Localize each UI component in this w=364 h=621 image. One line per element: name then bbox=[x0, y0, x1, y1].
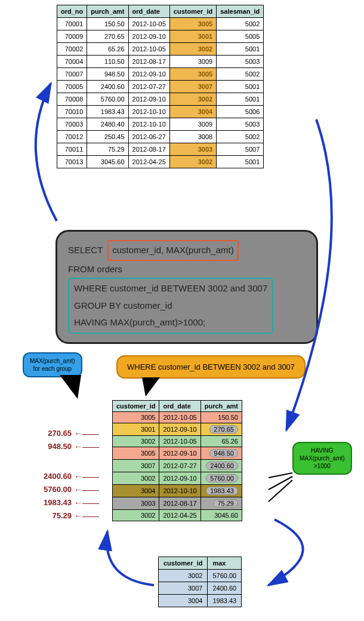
sql-where-group-having: WHERE customer_id BETWEEN 3002 and 3007 … bbox=[68, 278, 273, 334]
table-row: 70001150.502012-10-0530055002 bbox=[57, 18, 264, 30]
arrow-left-icon: ←—— bbox=[74, 498, 99, 508]
max-value-label: 5760.00 bbox=[30, 485, 72, 494]
table-row: 30041983.43 bbox=[159, 595, 242, 607]
table-row: 30022012-10-0565.26 bbox=[113, 436, 242, 447]
table-row: 30052012-10-05150.50 bbox=[113, 412, 242, 423]
column-header: max bbox=[208, 557, 242, 570]
column-header: purch_amt bbox=[87, 5, 128, 18]
table-row: 30012012-09-10270.65 bbox=[113, 423, 242, 436]
table-row: 700133045.602012-04-2530025001 bbox=[57, 156, 264, 168]
svg-line-2 bbox=[269, 480, 292, 502]
filtered-table: customer_idord_datepurch_amt 30052012-10… bbox=[112, 400, 242, 521]
column-header: salesman_id bbox=[217, 5, 264, 18]
sql-query-box: SELECT customer_id, MAX(purch_amt) FROM … bbox=[55, 230, 318, 344]
speech-tail-icon bbox=[60, 375, 81, 399]
max-value-label: 1983.43 bbox=[30, 498, 72, 507]
table-row: 700032480.402012-10-1030095003 bbox=[57, 118, 264, 131]
table-row: 7000265.262012-10-0530025001 bbox=[57, 43, 264, 56]
arrow-left-icon: ←—— bbox=[74, 485, 99, 494]
orders-table: ord_nopurch_amtord_datecustomer_idsalesm… bbox=[57, 5, 264, 168]
max-value-label: 948.50 bbox=[30, 442, 72, 451]
table-row: 30042012-10-101983.43 bbox=[113, 485, 242, 497]
table-row: 30072012-07-272400.60 bbox=[113, 460, 242, 472]
svg-line-0 bbox=[269, 473, 292, 478]
speech-tail-icon bbox=[142, 377, 160, 396]
sql-from: FROM orders bbox=[68, 261, 306, 278]
sql-select-columns: customer_id, MAX(purch_amt) bbox=[107, 240, 238, 261]
max-value-label: 75.29 bbox=[30, 511, 72, 520]
table-row: 30072400.60 bbox=[159, 582, 242, 595]
column-header: ord_no bbox=[57, 5, 87, 18]
arrow-left-icon: ←—— bbox=[74, 442, 99, 451]
annotation-having-clause: HAVING MAX(purch_amt) >1000 bbox=[292, 442, 352, 475]
table-row: 70009270.652012-09-1030015005 bbox=[57, 30, 264, 43]
svg-line-1 bbox=[269, 476, 292, 490]
max-value-label: 270.65 bbox=[30, 429, 72, 438]
table-row: 30022012-09-105760.00 bbox=[113, 472, 242, 485]
table-row: 700085760.002012-09-1030025001 bbox=[57, 93, 264, 106]
table-row: 700101983.432012-10-1030045006 bbox=[57, 106, 264, 118]
arrow-left-icon: ←—— bbox=[74, 472, 99, 481]
table-row: 70007948.502012-09-1030055002 bbox=[57, 68, 264, 81]
table-row: 7001175.292012-08-1730035007 bbox=[57, 143, 264, 156]
table-row: 700052400.602012-07-2730075001 bbox=[57, 81, 264, 93]
column-header: customer_id bbox=[159, 557, 208, 570]
table-row: 30022012-04-253045.60 bbox=[113, 510, 242, 521]
result-table: customer_idmax 30025760.0030072400.60300… bbox=[158, 557, 242, 607]
annotation-max-per-group: MAX(purch_amt) for each group bbox=[23, 352, 82, 377]
column-header: customer_id bbox=[113, 401, 159, 412]
table-row: 30032012-08-1775.29 bbox=[113, 497, 242, 510]
table-row: 30025760.00 bbox=[159, 570, 242, 582]
max-value-label: 2400.60 bbox=[30, 472, 72, 481]
table-row: 70012250.452012-06-2730085002 bbox=[57, 131, 264, 143]
column-header: customer_id bbox=[169, 5, 216, 18]
table-row: 70004110.502012-08-1730095003 bbox=[57, 56, 264, 68]
column-header: ord_date bbox=[128, 5, 169, 18]
arrow-left-icon: ←—— bbox=[74, 429, 99, 438]
sql-select-keyword: SELECT bbox=[68, 245, 103, 255]
table-row: 30052012-09-10948.50 bbox=[113, 447, 242, 460]
column-header: ord_date bbox=[159, 401, 200, 412]
annotation-where-clause: WHERE customer_id BETWEEN 3002 and 3007 bbox=[116, 355, 306, 379]
arrow-left-icon: ←—— bbox=[74, 511, 99, 521]
column-header: purch_amt bbox=[200, 401, 242, 412]
